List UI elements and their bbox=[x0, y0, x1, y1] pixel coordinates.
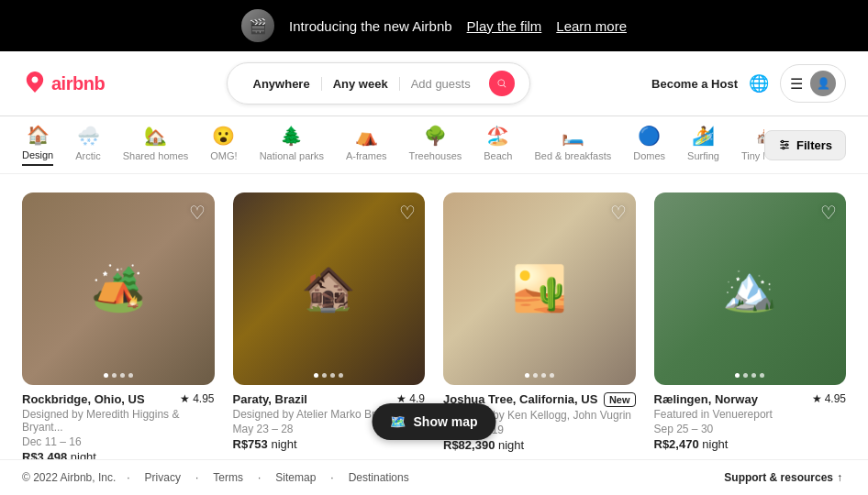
category-icon-domes: 🔵 bbox=[638, 125, 661, 147]
category-icon-beach: 🏖️ bbox=[486, 125, 509, 147]
listing-location: Rælingen, Norway bbox=[654, 392, 758, 406]
dot-4 bbox=[128, 373, 133, 378]
guests-label[interactable]: Add guests bbox=[400, 77, 482, 91]
airbnb-logo-icon bbox=[22, 71, 48, 96]
wishlist-button[interactable]: ♡ bbox=[399, 202, 416, 224]
banner-text: Introducing the new Airbnb bbox=[289, 18, 452, 34]
category-item-arctic[interactable]: 🌨️ Arctic bbox=[75, 125, 101, 165]
show-map-label: Show map bbox=[413, 414, 477, 429]
listing-designed-by: Designed by Meredith Higgins & Bryant... bbox=[22, 408, 215, 434]
sitemap-link[interactable]: Sitemap bbox=[275, 471, 316, 484]
hamburger-icon: ☰ bbox=[790, 75, 803, 93]
anywhere-label[interactable]: Anywhere bbox=[242, 77, 322, 91]
category-item-a-frames[interactable]: ⛺ A-frames bbox=[346, 125, 387, 165]
listing-card-4[interactable]: 🏔️ ♡ Rælingen, Norway ★4.95 Featured in … bbox=[654, 192, 847, 464]
dot-3 bbox=[120, 373, 125, 378]
privacy-link[interactable]: · bbox=[127, 471, 129, 484]
show-map-button[interactable]: 🗺️ Show map bbox=[372, 403, 495, 440]
category-item-surfing[interactable]: 🏄 Surfing bbox=[687, 125, 719, 165]
category-label-shared-homes: Shared homes bbox=[123, 150, 189, 161]
wishlist-button[interactable]: ♡ bbox=[189, 202, 206, 224]
search-button[interactable] bbox=[489, 71, 515, 96]
sitemap-link[interactable]: · bbox=[258, 471, 261, 484]
svg-point-4 bbox=[785, 144, 787, 146]
globe-button[interactable]: 🌐 bbox=[749, 73, 769, 94]
category-label-bed-breakfasts: Bed & breakfasts bbox=[534, 150, 611, 161]
category-item-beach[interactable]: 🏖️ Beach bbox=[484, 125, 512, 165]
footer-left: © 2022 Airbnb, Inc. · Privacy · Terms · … bbox=[22, 471, 413, 484]
category-icon-national-parks: 🌲 bbox=[280, 125, 303, 147]
filters-label: Filters bbox=[796, 138, 832, 152]
wishlist-button[interactable]: ♡ bbox=[820, 202, 837, 224]
dot-4 bbox=[760, 373, 764, 378]
banner-thumbnail: 🎬 bbox=[241, 9, 274, 42]
category-label-omg: OMG! bbox=[210, 150, 237, 161]
category-label-national-parks: National parks bbox=[260, 150, 324, 161]
support-resources-link[interactable]: Support & resources ↑ bbox=[724, 471, 842, 484]
listing-image: 🏚️ ♡ bbox=[233, 192, 426, 385]
map-icon: 🗺️ bbox=[390, 414, 406, 429]
listing-rating: New bbox=[600, 392, 636, 407]
play-film-link[interactable]: Play the film bbox=[467, 18, 542, 34]
category-item-domes[interactable]: 🔵 Domes bbox=[633, 125, 665, 165]
category-icon-a-frames: ⛺ bbox=[355, 125, 378, 147]
destinations-link[interactable]: Destinations bbox=[349, 471, 409, 484]
dot-2 bbox=[743, 373, 748, 378]
category-icon-arctic: 🌨️ bbox=[77, 125, 100, 147]
support-label: Support & resources bbox=[724, 471, 833, 484]
destinations-link[interactable]: · bbox=[330, 471, 333, 484]
show-map-container: 🗺️ Show map bbox=[372, 403, 495, 440]
terms-link[interactable]: · bbox=[195, 471, 198, 484]
dot-2 bbox=[533, 373, 538, 378]
user-menu[interactable]: ☰ 👤 bbox=[780, 64, 846, 103]
listing-thumbnail-icon: 🏔️ bbox=[654, 192, 847, 385]
star-icon: ★ bbox=[812, 392, 822, 405]
dot-3 bbox=[330, 373, 335, 378]
category-item-omg[interactable]: 😮 OMG! bbox=[210, 125, 237, 165]
terms-link[interactable]: Terms bbox=[213, 471, 243, 484]
main-content: 🏕️ ♡ Rockbridge, Ohio, US ★4.95 Designed… bbox=[0, 174, 868, 495]
category-label-a-frames: A-frames bbox=[346, 150, 387, 161]
filters-button[interactable]: Filters bbox=[764, 130, 846, 160]
listing-info: Rockbridge, Ohio, US ★4.95 bbox=[22, 392, 215, 406]
category-item-shared-homes[interactable]: 🏡 Shared homes bbox=[123, 125, 189, 165]
listing-image: 🏜️ ♡ bbox=[443, 192, 636, 385]
category-icon-omg: 😮 bbox=[212, 125, 235, 147]
learn-more-link[interactable]: Learn more bbox=[556, 18, 627, 34]
dot-4 bbox=[550, 373, 554, 378]
category-item-bed-breakfasts[interactable]: 🛏️ Bed & breakfasts bbox=[534, 125, 611, 165]
listing-thumbnail-icon: 🏕️ bbox=[22, 192, 215, 385]
new-badge: New bbox=[604, 392, 636, 407]
privacy-link[interactable]: Privacy bbox=[145, 471, 181, 484]
category-icon-treehouses: 🌳 bbox=[424, 125, 447, 147]
footer-right: Support & resources ↑ bbox=[720, 471, 846, 484]
copyright: © 2022 Airbnb, Inc. bbox=[22, 471, 116, 484]
category-item-tiny-homes[interactable]: 🏘️ Tiny homes bbox=[741, 125, 764, 165]
category-item-design[interactable]: 🏠 Design bbox=[22, 124, 53, 166]
category-bar: 🏠 Design 🌨️ Arctic 🏡 Shared homes 😮 OMG!… bbox=[0, 116, 868, 174]
listing-location: Paraty, Brazil bbox=[233, 392, 307, 406]
logo[interactable]: airbnb bbox=[22, 71, 105, 96]
search-icon bbox=[496, 78, 507, 89]
dot-2 bbox=[322, 373, 327, 378]
listing-thumbnail-icon: 🏜️ bbox=[443, 192, 636, 385]
category-item-national-parks[interactable]: 🌲 National parks bbox=[260, 125, 324, 165]
category-icon-bed-breakfasts: 🛏️ bbox=[562, 125, 584, 147]
wishlist-button[interactable]: ♡ bbox=[610, 202, 627, 224]
dot-1 bbox=[314, 373, 318, 378]
search-bar[interactable]: Anywhere Any week Add guests bbox=[227, 62, 530, 104]
listing-thumbnail-icon: 🏚️ bbox=[233, 192, 426, 385]
listing-image: 🏕️ ♡ bbox=[22, 192, 215, 385]
dot-1 bbox=[735, 373, 740, 378]
any-week-label[interactable]: Any week bbox=[322, 77, 400, 91]
category-label-treehouses: Treehouses bbox=[409, 150, 462, 161]
dot-3 bbox=[751, 373, 756, 378]
category-item-treehouses[interactable]: 🌳 Treehouses bbox=[409, 125, 462, 165]
listing-card-1[interactable]: 🏕️ ♡ Rockbridge, Ohio, US ★4.95 Designed… bbox=[22, 192, 215, 464]
become-host-link[interactable]: Become a Host bbox=[651, 77, 738, 91]
dot-4 bbox=[339, 373, 343, 378]
listing-price: R$2,470 night bbox=[654, 437, 847, 451]
listing-image: 🏔️ ♡ bbox=[654, 192, 847, 385]
rating-value: 4.95 bbox=[193, 392, 214, 405]
listing-grid: 🏕️ ♡ Rockbridge, Ohio, US ★4.95 Designed… bbox=[22, 192, 846, 495]
